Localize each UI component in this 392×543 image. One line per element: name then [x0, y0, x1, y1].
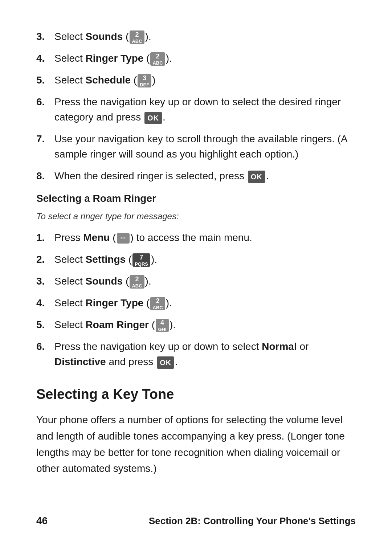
roam-step-2-settings: 2. Select Settings (7PQRS).	[36, 252, 356, 267]
page-container: 3. Select Sounds (2ABC). 4. Select Ringe…	[0, 0, 392, 524]
footer-section-label: Section 2B: Controlling Your Phone's Set…	[149, 514, 356, 528]
roam-step-4-number: 4.	[36, 295, 54, 311]
roam-step-6-normal: 6. Press the navigation key up or down t…	[36, 339, 356, 370]
step-6-content: Press the navigation key up or down to s…	[54, 94, 356, 125]
roam-step-1-bold: Menu	[83, 232, 110, 243]
step-3-bold: Sounds	[86, 31, 123, 42]
step-4-ringertype: 4. Select Ringer Type (2ABC).	[36, 51, 356, 66]
key-2abc-3: 2ABC	[130, 275, 144, 289]
roam-step-6-bold2: Distinctive	[54, 356, 106, 367]
step-8-number: 8.	[36, 168, 54, 184]
steps-top-list: 3. Select Sounds (2ABC). 4. Select Ringe…	[36, 29, 356, 184]
step-7-number: 7.	[36, 131, 54, 147]
roam-ringer-heading: Selecting a Roam Ringer	[36, 191, 356, 206]
step-3-content: Select Sounds (2ABC).	[54, 29, 356, 44]
step-5-bold: Schedule	[86, 74, 131, 86]
key-2abc-1: 2ABC	[130, 30, 144, 44]
roam-ringer-subsection: Selecting a Roam Ringer To select a ring…	[36, 191, 356, 370]
roam-step-5-bold: Roam Ringer	[86, 319, 149, 330]
step-8-selected: 8. When the desired ringer is selected, …	[36, 168, 356, 184]
step-7-content: Use your navigation key to scroll throug…	[54, 131, 356, 162]
key-tone-heading: Selecting a Key Tone	[36, 384, 356, 405]
step-7-scroll: 7. Use your navigation key to scroll thr…	[36, 131, 356, 162]
step-4-content: Select Ringer Type (2ABC).	[54, 51, 356, 66]
step-5-schedule: 5. Select Schedule (3DEF)	[36, 73, 356, 88]
roam-step-4-content: Select Ringer Type (2ABC).	[54, 295, 356, 311]
page-footer: 46 Section 2B: Controlling Your Phone's …	[0, 513, 392, 528]
step-5-number: 5.	[36, 73, 54, 88]
roam-step-3-bold: Sounds	[86, 275, 123, 287]
step-6-nav: 6. Press the navigation key up or down t…	[36, 94, 356, 125]
roam-step-2-bold: Settings	[86, 254, 126, 265]
roam-step-5-content: Select Roam Ringer (4GHI).	[54, 317, 356, 332]
step-3-sounds: 3. Select Sounds (2ABC).	[36, 29, 356, 44]
roam-step-1-content: Press Menu (···) to access the main menu…	[54, 230, 356, 245]
step-4-number: 4.	[36, 51, 54, 66]
step-6-number: 6.	[36, 94, 54, 110]
roam-step-4-bold: Ringer Type	[86, 297, 144, 309]
roam-step-2-number: 2.	[36, 252, 54, 267]
ok-badge-2: OK	[248, 171, 265, 183]
key-4ghi: 4GHI	[156, 319, 169, 332]
roam-step-6-bold1: Normal	[262, 341, 297, 352]
key-7pqrs: 7PQRS	[132, 253, 150, 267]
key-3def: 3DEF	[138, 74, 151, 87]
roam-step-3-number: 3.	[36, 274, 54, 289]
roam-step-2-content: Select Settings (7PQRS).	[54, 252, 356, 267]
ok-badge-1: OK	[144, 112, 162, 124]
ok-badge-3: OK	[157, 356, 174, 369]
page-number: 46	[36, 513, 48, 528]
step-4-bold: Ringer Type	[86, 53, 144, 64]
roam-step-3-sounds: 3. Select Sounds (2ABC).	[36, 274, 356, 289]
step-3-number: 3.	[36, 29, 54, 44]
roam-step-6-content: Press the navigation key up or down to s…	[54, 339, 356, 370]
roam-steps-list: 1. Press Menu (···) to access the main m…	[36, 230, 356, 370]
roam-step-4-ringertype: 4. Select Ringer Type (2ABC).	[36, 295, 356, 311]
roam-step-5-number: 5.	[36, 317, 54, 332]
menu-badge: ···	[117, 233, 130, 244]
step-8-content: When the desired ringer is selected, pre…	[54, 168, 356, 184]
key-2abc-4: 2ABC	[150, 297, 165, 310]
step-5-content: Select Schedule (3DEF)	[54, 73, 356, 88]
roam-ringer-subtitle: To select a ringer type for messages:	[36, 210, 356, 223]
roam-step-1-menu: 1. Press Menu (···) to access the main m…	[36, 230, 356, 245]
roam-step-1-number: 1.	[36, 230, 54, 245]
key-tone-body: Your phone offers a number of options fo…	[36, 412, 356, 477]
roam-step-5-roamringer: 5. Select Roam Ringer (4GHI).	[36, 317, 356, 332]
roam-step-6-number: 6.	[36, 339, 54, 354]
roam-step-3-content: Select Sounds (2ABC).	[54, 274, 356, 289]
key-tone-section: Selecting a Key Tone Your phone offers a…	[36, 384, 356, 477]
key-2abc-2: 2ABC	[150, 52, 165, 66]
